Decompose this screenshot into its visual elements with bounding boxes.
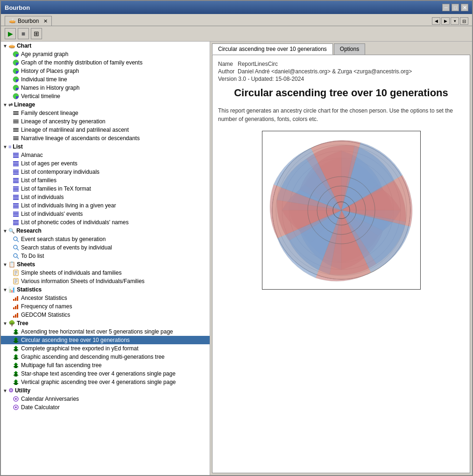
tab-circular-tree[interactable]: Circular ascending tree over 10 generati… <box>212 43 333 55</box>
tree-item-chart-1[interactable]: Graph of the monthly distribution of fam… <box>1 58 210 67</box>
category-list[interactable]: ▼ ≡ List <box>1 142 210 151</box>
item-icon-list-0 <box>12 151 20 159</box>
tree-item-utility-1[interactable]: Date Calculator <box>1 403 210 412</box>
nav-forward-button[interactable]: ▶ <box>441 17 450 25</box>
main-window: Bourbon ─ □ ✕ 🥧 Bourbon ✕ ◀ ▶ ▾ ⊟ ▶ ■ ⊞ <box>0 0 473 476</box>
tree-item-sheets-1[interactable]: Various information Sheets of Individual… <box>1 277 210 285</box>
svg-rect-8 <box>13 114 19 115</box>
svg-point-58 <box>14 254 17 257</box>
tree-item-list-5[interactable]: List of individuals <box>1 193 210 201</box>
name-value: ReportLinesCirc <box>238 61 278 67</box>
svg-rect-52 <box>13 223 19 224</box>
tree-item-list-0[interactable]: Almanac <box>1 151 210 159</box>
close-button[interactable]: ✕ <box>461 4 468 11</box>
svg-rect-50 <box>13 220 19 221</box>
run-button[interactable]: ▶ <box>5 28 16 39</box>
svg-rect-12 <box>13 128 19 129</box>
tree-item-statistics-0[interactable]: Ancestor Statistics <box>1 294 210 302</box>
svg-point-54 <box>14 237 17 241</box>
tree-item-list-3[interactable]: List of families <box>1 176 210 185</box>
item-label-utility-0: Calendar Anniversaries <box>21 396 79 402</box>
item-label-statistics-0: Ancestor Statistics <box>21 295 67 301</box>
tree-item-research-1[interactable]: Search status of events by individual <box>1 243 210 252</box>
tree-item-statistics-2[interactable]: GEDCOM Statistics <box>1 311 210 319</box>
svg-rect-13 <box>13 129 19 130</box>
report-author-line: Author Daniel André <daniel@ancestris.or… <box>218 68 464 75</box>
item-icon-list-4 <box>12 185 20 192</box>
tree-item-list-4[interactable]: List of families in TeX format <box>1 185 210 193</box>
svg-marker-84 <box>13 356 19 360</box>
tree-item-lineage-2[interactable]: Lineage of matrilineal and patrilineal a… <box>1 126 210 134</box>
tree-item-research-2[interactable]: To Do list <box>1 252 210 260</box>
nav-dropdown-button[interactable]: ▾ <box>451 17 459 25</box>
tree-item-sheets-0[interactable]: Simple sheets of individuals and familie… <box>1 269 210 277</box>
tab-close-button[interactable]: ✕ <box>43 18 48 24</box>
arrow-statistics: ▼ <box>3 287 7 292</box>
svg-rect-26 <box>13 170 19 171</box>
category-tree[interactable]: ▼ 🌳 Tree <box>1 319 210 327</box>
tree-item-lineage-1[interactable]: Lineage of ancestry by generation <box>1 117 210 126</box>
svg-rect-19 <box>13 154 19 155</box>
tab-options[interactable]: Options <box>334 43 365 55</box>
category-label-lineage: Lineage <box>14 101 35 108</box>
svg-rect-9 <box>13 120 19 121</box>
tree-item-tree-0[interactable]: Ascending tree horizontal text over 5 ge… <box>1 327 210 336</box>
tree-item-tree-5[interactable]: Star-shape text ascending tree over 4 ge… <box>1 369 210 378</box>
tree-item-tree-2[interactable]: Complete graphical tree exported in yEd … <box>1 344 210 353</box>
tree-item-list-2[interactable]: List of contemporary individuals <box>1 168 210 176</box>
category-utility[interactable]: ▼ ⚙ Utility <box>1 386 210 395</box>
minimize-button[interactable]: ─ <box>442 4 450 11</box>
svg-line-55 <box>17 240 19 242</box>
circle-chart-container: Robinson Paul Chris (1960-) <box>262 131 421 290</box>
tree-item-chart-0[interactable]: Age pyramid graph <box>1 50 210 58</box>
arrow-lineage: ▼ <box>3 102 7 107</box>
item-label-research-1: Search status of events by individual <box>21 244 112 251</box>
tree-item-list-1[interactable]: List of ages per events <box>1 159 210 168</box>
tree-item-list-7[interactable]: List of individuals' events <box>1 210 210 218</box>
tree-item-chart-5[interactable]: Vertical timeline <box>1 92 210 100</box>
tree-item-tree-6[interactable]: Vertical graphic ascending tree over 4 g… <box>1 378 210 386</box>
tree-item-statistics-1[interactable]: Frequency of names <box>1 302 210 311</box>
item-icon-chart-4 <box>12 84 20 92</box>
tree-item-chart-2[interactable]: History of Places graph <box>1 67 210 75</box>
tree-item-research-0[interactable]: Event search status by generation <box>1 235 210 243</box>
item-label-list-2: List of contemporary individuals <box>21 169 99 175</box>
category-sheets[interactable]: ▼ 📋 Sheets <box>1 260 210 269</box>
tree-item-utility-0[interactable]: Calendar Anniversaries <box>1 395 210 403</box>
maximize-button[interactable]: □ <box>452 4 459 11</box>
svg-rect-43 <box>13 205 19 206</box>
author-value: Daniel André <daniel@ancestris.org> & Zu… <box>238 68 412 75</box>
item-icon-utility-1 <box>12 404 20 411</box>
category-lineage[interactable]: ▼ ⇌ Lineage <box>1 100 210 109</box>
svg-rect-35 <box>13 188 19 189</box>
item-icon-statistics-2 <box>12 311 20 319</box>
tree-item-lineage-0[interactable]: Family descent lineage <box>1 109 210 117</box>
svg-marker-86 <box>13 364 19 368</box>
category-research[interactable]: ▼ 🔍 Research <box>1 227 210 235</box>
right-panel: Circular ascending tree over 10 generati… <box>210 42 472 475</box>
item-icon-chart-1 <box>12 59 20 66</box>
tree-item-tree-4[interactable]: Multipage full fan ascending tree <box>1 361 210 369</box>
tree-item-chart-4[interactable]: Names in History graph <box>1 84 210 92</box>
tree-item-lineage-3[interactable]: Narrative lineage of ascendants or desce… <box>1 134 210 142</box>
tree-item-chart-3[interactable]: Individual time line <box>1 75 210 84</box>
svg-rect-23 <box>13 163 19 163</box>
restore-button[interactable]: ⊟ <box>460 17 468 25</box>
svg-rect-10 <box>13 121 19 122</box>
svg-rect-18 <box>13 153 19 154</box>
category-statistics[interactable]: ▼ 📊 Statistics <box>1 285 210 294</box>
title-bar-controls: ─ □ ✕ <box>442 4 468 11</box>
tree-item-list-6[interactable]: List of individuals living in a given ye… <box>1 201 210 210</box>
tab-bourbon[interactable]: 🥧 Bourbon ✕ <box>5 16 52 26</box>
report-content: Name ReportLinesCirc Author Daniel André… <box>212 55 470 473</box>
stop-button[interactable]: ■ <box>18 28 29 39</box>
sidebar-tree: ▼ 🥧 Chart Age pyramid graph Graph of the… <box>1 42 210 412</box>
category-chart[interactable]: ▼ 🥧 Chart <box>1 42 210 50</box>
tree-item-tree-3[interactable]: Graphic ascending and descending multi-g… <box>1 353 210 361</box>
tree-item-list-8[interactable]: List of phonetic codes of individuals' n… <box>1 218 210 227</box>
item-icon-chart-3 <box>12 76 20 83</box>
nav-back-button[interactable]: ◀ <box>432 17 440 25</box>
tree-item-tree-1[interactable]: Circular ascending tree over 10 generati… <box>1 336 210 344</box>
arrow-tree: ▼ <box>3 321 7 326</box>
config-button[interactable]: ⊞ <box>31 28 42 39</box>
